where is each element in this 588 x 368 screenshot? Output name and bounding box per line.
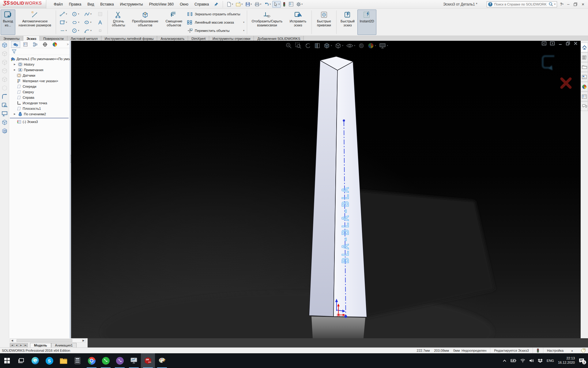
scrollbar-track[interactable] — [14, 339, 81, 342]
point-tool-button[interactable]: ▾ — [57, 26, 70, 35]
solidworks-taskbar-icon[interactable]: SW2016 — [141, 353, 155, 368]
menu-insert[interactable]: Вставка — [97, 1, 117, 8]
text-tool-button[interactable] — [94, 18, 106, 26]
sketch-repair-icon[interactable] — [2, 102, 8, 108]
spline-tool-button[interactable]: ▾ — [82, 10, 94, 18]
edge-icon[interactable] — [28, 353, 42, 368]
tree-item-material[interactable]: Материал <не указан> — [9, 78, 70, 84]
appearances-icon[interactable] — [581, 82, 588, 91]
minimize-button[interactable]: – — [567, 2, 569, 6]
slot-tool-button[interactable]: ▾ — [70, 18, 82, 26]
wireframe-cube-icon[interactable] — [2, 68, 8, 74]
derived-sketch-icon[interactable] — [2, 94, 8, 100]
arc-tool-button[interactable]: ▾ — [82, 26, 94, 35]
menu-view[interactable]: Вид — [84, 1, 97, 8]
search-input[interactable] — [494, 2, 547, 6]
tree-item-history[interactable]: ▶ History — [9, 62, 70, 67]
paint-icon[interactable] — [155, 353, 169, 368]
surface-region-tool-button[interactable] — [94, 10, 106, 18]
pane-left-icon[interactable] — [542, 41, 546, 45]
expand-arrow-icon[interactable]: ▶ — [13, 69, 17, 71]
forum-icon[interactable] — [581, 102, 588, 111]
tree-item-loft[interactable]: ▶ По сечениям2 — [9, 111, 70, 117]
instant2d-button[interactable]: Instant2D — [357, 10, 376, 35]
start-button[interactable] — [0, 353, 14, 368]
menu-window[interactable]: Окно — [177, 1, 191, 8]
ellipse-tool-button[interactable]: ▾ — [82, 18, 94, 26]
edit-appearance-icon[interactable] — [358, 42, 365, 49]
rebuild-button[interactable] — [281, 1, 287, 8]
zoom-to-fit-icon[interactable] — [285, 42, 292, 49]
shaded-cube-icon[interactable] — [2, 42, 8, 48]
home-icon[interactable] — [581, 43, 588, 52]
configurationmanager-tab[interactable] — [31, 41, 40, 48]
tree-item-plane1[interactable]: Плоскость1 — [9, 106, 70, 111]
clock[interactable]: 22:13 16.12.2020 — [558, 356, 575, 365]
tree-item-front-plane[interactable]: Спереди — [9, 84, 70, 89]
propertymanager-tab[interactable] — [21, 41, 30, 48]
menu-help[interactable]: Справка — [191, 1, 212, 8]
wifi-icon[interactable] — [520, 359, 525, 362]
expand-arrow-icon[interactable]: ▶ — [13, 113, 17, 115]
mirror-entities-button[interactable]: Зеркально отразить объекты — [186, 10, 246, 18]
pin-menu-icon[interactable] — [214, 2, 218, 6]
panel-expand-icon[interactable]: > — [67, 43, 69, 46]
hide-show-items-icon[interactable]: ▾ — [346, 42, 355, 49]
system-monitor-icon[interactable] — [127, 353, 141, 368]
filter-funnel-icon[interactable] — [12, 49, 17, 54]
featuremanager-tab[interactable] — [11, 41, 20, 48]
menu-edit[interactable]: Правка — [66, 1, 85, 8]
tab-surfaces[interactable]: Поверхности — [40, 36, 67, 41]
offset-entities-button[interactable]: Смещение объектов — [162, 10, 186, 35]
nav-first-button[interactable]: |◀ — [10, 343, 14, 347]
linear-pattern-button[interactable]: Линейный массив эскиза ▾ — [186, 18, 246, 26]
monitor-view-icon[interactable] — [2, 111, 8, 117]
search-icon[interactable] — [548, 2, 553, 6]
scroll-left-icon[interactable]: ◀ — [10, 339, 14, 342]
line-tool-button[interactable]: ▾ — [57, 10, 70, 18]
sketch-text[interactable]: BLA-BLA-BLA — [340, 186, 351, 263]
zoom-to-area-icon[interactable] — [295, 42, 302, 49]
close-button[interactable]: × — [582, 2, 584, 7]
menu-photoview[interactable]: PhotoView 360 — [146, 1, 177, 8]
nav-prev-button[interactable]: ◀ — [14, 343, 19, 347]
options-list-icon[interactable] — [288, 1, 295, 7]
view-settings-icon[interactable]: ▾ — [379, 42, 388, 49]
dropbox-icon[interactable] — [538, 358, 543, 363]
nav-last-button[interactable]: ▶| — [24, 343, 28, 347]
tray-chevron-icon[interactable] — [503, 359, 507, 362]
task-view-button[interactable] — [14, 353, 28, 368]
doc-restore-icon[interactable] — [566, 41, 570, 45]
custom-properties-icon[interactable] — [581, 92, 588, 101]
view-palette-icon[interactable] — [581, 72, 588, 82]
display-style-icon[interactable]: ▾ — [335, 42, 343, 49]
scrollbar-thumb[interactable] — [17, 339, 72, 342]
horizontal-scrollbar[interactable]: ◀ ▶ — [10, 339, 86, 343]
design-library-icon[interactable] — [581, 52, 588, 62]
display-relations-button[interactable]: Отобразить/Скрыть взаимосвязи — [248, 10, 286, 35]
doc-close-icon[interactable] — [574, 41, 578, 45]
textured-cube-icon[interactable] — [2, 119, 8, 125]
graphics-viewport[interactable]: BLA-BLA-BLA — [71, 41, 581, 338]
doc-minimize-icon[interactable] — [558, 41, 562, 45]
file-explorer-icon[interactable] — [581, 62, 588, 72]
pane-right-icon[interactable] — [550, 41, 555, 45]
tab-evaluate[interactable]: Анализировать — [157, 36, 188, 41]
whatsapp-icon[interactable] — [99, 353, 113, 368]
linear-pattern-dropdown-icon[interactable]: ▾ — [243, 21, 244, 24]
file-explorer-taskbar-icon[interactable] — [56, 353, 70, 368]
customize-statusbar[interactable]: Настройка ▲ — [543, 348, 577, 353]
circle-tool-button[interactable]: ▾ — [70, 10, 82, 18]
3d-scene-canvas[interactable]: BLA-BLA-BLA — [71, 41, 581, 338]
restore-button[interactable] — [574, 2, 577, 6]
calculator-icon[interactable] — [70, 353, 85, 368]
help-button[interactable]: ? — [560, 2, 562, 6]
settings-gear-icon[interactable]: ▾ — [295, 1, 304, 8]
help-search-box[interactable]: ? ▾ — [487, 1, 557, 7]
apply-scene-icon[interactable]: ▾ — [368, 42, 376, 49]
section-cube-icon[interactable] — [2, 128, 8, 134]
wireframe-cube-icon[interactable] — [2, 85, 8, 91]
repair-sketch-button[interactable]: Исправить эскиз — [286, 10, 310, 35]
centerpoint-arc-tool-button[interactable]: ▾ — [70, 26, 82, 35]
displaymanager-tab[interactable] — [50, 41, 59, 48]
